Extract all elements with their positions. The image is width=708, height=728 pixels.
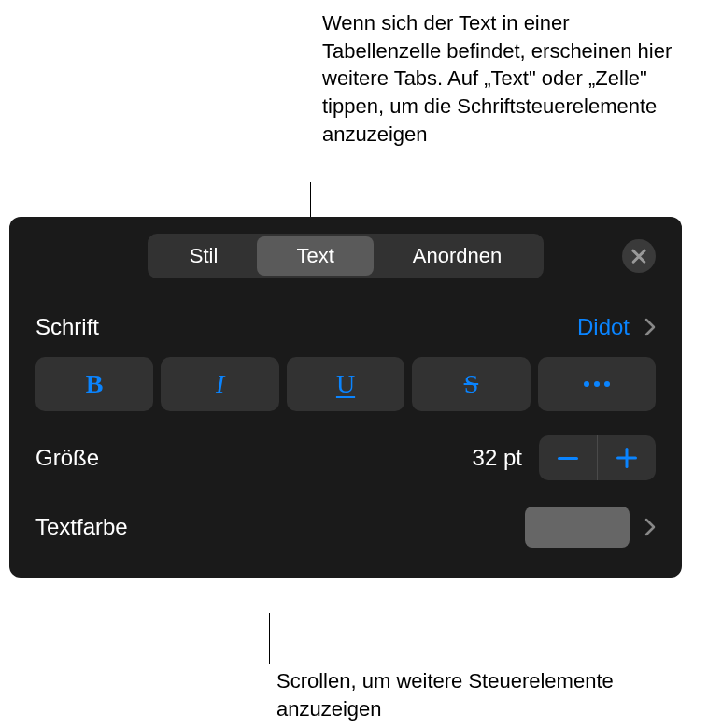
decrease-size-button[interactable] [539,435,597,480]
text-color-label: Textfarbe [35,514,525,540]
tab-text[interactable]: Text [257,236,373,276]
style-buttons-row: B I U S [9,350,682,426]
underline-icon: U [336,369,355,399]
bold-button[interactable]: B [35,357,153,411]
tab-anordnen[interactable]: Anordnen [374,236,541,276]
more-button[interactable] [538,357,656,411]
more-icon [584,381,610,387]
annotation-bottom: Scrollen, um weitere Steuerelemente anzu… [276,667,650,722]
minus-icon [558,457,578,460]
font-row[interactable]: Schrift Didot [9,295,682,350]
color-swatch[interactable] [525,507,630,548]
chevron-right-icon [644,518,656,536]
chevron-right-icon [644,318,656,336]
italic-icon: I [216,369,224,399]
font-label: Schrift [35,314,577,340]
strikethrough-icon: S [464,369,479,399]
bold-icon: B [86,369,104,399]
format-panel: Stil Text Anordnen Schrift Didot B I U S [9,217,682,578]
annotation-top: Wenn sich der Text in einer Tabellenzell… [322,9,687,148]
tabs-row: Stil Text Anordnen [9,217,682,295]
plus-icon [616,448,637,468]
underline-button[interactable]: U [287,357,404,411]
tab-stil[interactable]: Stil [150,236,258,276]
size-label: Größe [35,445,473,471]
size-value: 32 pt [473,445,522,471]
text-color-row[interactable]: Textfarbe [9,493,682,563]
close-icon [631,249,646,264]
increase-size-button[interactable] [598,435,656,480]
size-stepper [539,435,656,480]
callout-line-bottom [269,613,270,664]
close-button[interactable] [622,239,656,273]
font-value: Didot [577,314,630,340]
italic-button[interactable]: I [161,357,278,411]
tab-group: Stil Text Anordnen [148,234,544,278]
size-row: Größe 32 pt [9,426,682,493]
strikethrough-button[interactable]: S [412,357,530,411]
